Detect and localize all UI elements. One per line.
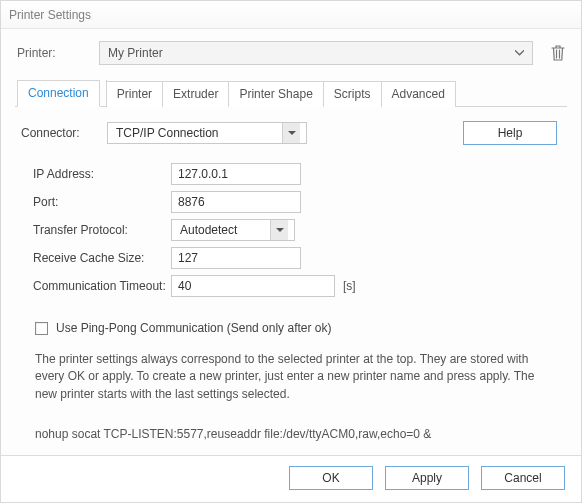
window-title: Printer Settings: [1, 1, 581, 29]
ip-label: IP Address:: [21, 167, 171, 181]
timeout-input[interactable]: [171, 275, 335, 297]
connector-select-value: TCP/IP Connection: [116, 126, 219, 140]
protocol-row: Transfer Protocol: Autodetect: [21, 219, 561, 241]
delete-printer-button[interactable]: [549, 43, 567, 63]
connector-label: Connector:: [21, 126, 107, 140]
timeout-unit: [s]: [343, 279, 356, 293]
chevron-down-icon: [515, 50, 524, 56]
window-body: Printer: My Printer Connection Printer E…: [1, 29, 581, 455]
tab-bar: Connection Printer Extruder Printer Shap…: [15, 79, 567, 107]
connector-row: Connector: TCP/IP Connection Help: [21, 121, 561, 145]
port-row: Port:: [21, 191, 561, 213]
tab-connection[interactable]: Connection: [17, 80, 100, 107]
cache-row: Receive Cache Size:: [21, 247, 561, 269]
chevron-down-icon: [282, 123, 300, 143]
printer-select[interactable]: My Printer: [99, 41, 533, 65]
cache-label: Receive Cache Size:: [21, 251, 171, 265]
printer-select-value: My Printer: [108, 46, 163, 60]
ok-button[interactable]: OK: [289, 466, 373, 490]
ip-row: IP Address:: [21, 163, 561, 185]
ip-input[interactable]: [171, 163, 301, 185]
tab-printer-shape[interactable]: Printer Shape: [229, 81, 323, 107]
printer-settings-window: Printer Settings Printer: My Printer Con…: [0, 0, 582, 503]
tab-scripts[interactable]: Scripts: [324, 81, 382, 107]
command-text: nohup socat TCP-LISTEN:5577,reuseaddr fi…: [21, 409, 561, 445]
dialog-footer: OK Apply Cancel: [1, 455, 581, 502]
protocol-select-value: Autodetect: [180, 223, 237, 237]
protocol-select[interactable]: Autodetect: [171, 219, 295, 241]
connector-select[interactable]: TCP/IP Connection: [107, 122, 307, 144]
pingpong-label: Use Ping-Pong Communication (Send only a…: [56, 321, 331, 335]
tab-advanced[interactable]: Advanced: [382, 81, 456, 107]
description-text: The printer settings always correspond t…: [21, 339, 561, 409]
protocol-label: Transfer Protocol:: [21, 223, 171, 237]
pingpong-checkbox[interactable]: [35, 322, 48, 335]
timeout-label: Communication Timeout:: [21, 279, 171, 293]
pingpong-row: Use Ping-Pong Communication (Send only a…: [21, 303, 561, 339]
tab-extruder[interactable]: Extruder: [163, 81, 229, 107]
cache-input[interactable]: [171, 247, 301, 269]
tab-printer[interactable]: Printer: [107, 81, 163, 107]
connection-panel: Connector: TCP/IP Connection Help IP Add…: [15, 107, 567, 451]
cancel-button[interactable]: Cancel: [481, 466, 565, 490]
help-button[interactable]: Help: [463, 121, 557, 145]
port-label: Port:: [21, 195, 171, 209]
trash-icon: [551, 45, 565, 61]
chevron-down-icon: [270, 220, 288, 240]
apply-button[interactable]: Apply: [385, 466, 469, 490]
timeout-row: Communication Timeout: [s]: [21, 275, 561, 297]
printer-select-row: Printer: My Printer: [15, 39, 567, 69]
port-input[interactable]: [171, 191, 301, 213]
printer-label: Printer:: [15, 46, 89, 60]
